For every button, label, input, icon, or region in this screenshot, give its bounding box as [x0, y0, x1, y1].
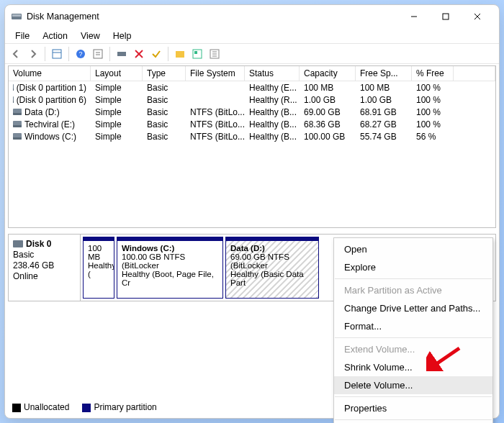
table-row[interactable]: (Disk 0 partition 1)SimpleBasicHealthy (… [9, 81, 495, 94]
svg-rect-3 [443, 14, 449, 19]
partition-block[interactable]: Data (D:)69.00 GB NTFS (BitLockerHealthy… [225, 237, 319, 299]
volume-list[interactable]: Volume Layout Type File System Status Ca… [8, 65, 496, 228]
volume-list-header[interactable]: Volume Layout Type File System Status Ca… [9, 66, 495, 81]
col-free[interactable]: Free Sp... [356, 66, 412, 81]
delete-icon[interactable] [131, 46, 147, 62]
context-menu-item[interactable]: Change Drive Letter and Paths... [334, 299, 492, 317]
context-menu-item[interactable]: Shrink Volume... [334, 358, 492, 376]
context-menu-separator [335, 419, 492, 420]
window-title: Disk Management [27, 12, 99, 22]
properties-icon[interactable] [189, 46, 205, 62]
col-extra[interactable] [454, 66, 495, 81]
partition-block[interactable]: 100 MBHealthy ( [83, 237, 114, 299]
col-layout[interactable]: Layout [91, 66, 143, 81]
legend: Unallocated Primary partition [12, 402, 157, 412]
context-menu-item[interactable]: Properties [334, 399, 492, 417]
app-icon [11, 11, 22, 22]
disk-state: Online [13, 271, 76, 281]
menu-bar: File Action View Help [5, 28, 499, 44]
menu-help[interactable]: Help [107, 30, 138, 42]
new-folder-icon[interactable] [172, 46, 188, 62]
volume-icon [13, 133, 22, 140]
forward-button[interactable] [25, 46, 41, 62]
legend-primary: Primary partition [94, 402, 156, 412]
svg-text:?: ? [78, 50, 82, 58]
disk-info-panel[interactable]: Disk 0 Basic 238.46 GB Online [9, 235, 81, 301]
context-menu-item[interactable]: Explore [334, 258, 492, 276]
volume-icon [13, 96, 14, 103]
svg-rect-10 [94, 50, 102, 58]
table-row[interactable]: Techviral (E:)SimpleBasicNTFS (BitLo...H… [9, 118, 495, 130]
svg-rect-16 [176, 51, 184, 58]
partition-block[interactable]: Windows (C:)100.00 GB NTFS (BitLockerHea… [117, 237, 223, 299]
titlebar[interactable]: Disk Management [5, 5, 499, 28]
svg-rect-6 [53, 50, 61, 58]
disk-icon [13, 240, 23, 247]
table-row[interactable]: Data (D:)SimpleBasicNTFS (BitLo...Health… [9, 106, 495, 118]
minimize-button[interactable] [398, 6, 430, 27]
col-volume[interactable]: Volume [9, 66, 91, 81]
volume-icon [13, 109, 22, 115]
volume-rows: (Disk 0 partition 1)SimpleBasicHealthy (… [9, 81, 495, 227]
col-status[interactable]: Status [245, 66, 300, 81]
help-button[interactable]: ? [73, 46, 89, 62]
volume-icon [13, 121, 22, 127]
show-hide-tree-button[interactable] [49, 46, 65, 62]
menu-file[interactable]: File [9, 30, 35, 42]
col-capacity[interactable]: Capacity [300, 66, 356, 81]
svg-rect-13 [117, 52, 126, 56]
settings-icon[interactable] [207, 46, 222, 62]
legend-unallocated-swatch [12, 404, 21, 412]
legend-unallocated: Unallocated [24, 402, 69, 412]
context-menu-item: Mark Partition as Active [334, 281, 492, 299]
table-row[interactable]: Windows (C:)SimpleBasicNTFS (BitLo...Hea… [9, 130, 495, 142]
context-menu-separator [335, 396, 492, 397]
col-type[interactable]: Type [143, 66, 186, 81]
col-pctfree[interactable]: % Free [412, 66, 454, 81]
context-menu-separator [335, 278, 492, 279]
back-button[interactable] [8, 46, 24, 62]
close-button[interactable] [462, 6, 493, 27]
menu-view[interactable]: View [75, 30, 106, 42]
volume-context-menu[interactable]: OpenExploreMark Partition as ActiveChang… [333, 237, 493, 423]
disk-size: 238.46 GB [13, 260, 76, 270]
disk-name: Disk 0 [26, 239, 51, 249]
context-menu-item[interactable]: Delete Volume... [334, 376, 492, 394]
col-filesystem[interactable]: File System [186, 66, 245, 81]
context-menu-item[interactable]: Format... [334, 317, 492, 335]
context-menu-item: Extend Volume... [334, 340, 492, 358]
maximize-button[interactable] [430, 6, 462, 27]
svg-rect-18 [194, 51, 197, 54]
table-row[interactable]: (Disk 0 partition 6)SimpleBasicHealthy (… [9, 94, 495, 106]
volume-icon [13, 84, 14, 91]
context-menu-separator [335, 337, 492, 338]
context-menu-item[interactable]: Open [334, 240, 492, 258]
legend-primary-swatch [82, 404, 91, 412]
checkmark-icon[interactable] [148, 46, 164, 62]
refresh-list-button[interactable] [90, 46, 106, 62]
disk-type: Basic [13, 250, 76, 260]
svg-rect-1 [12, 14, 21, 17]
rescan-button[interactable] [114, 46, 130, 62]
menu-action[interactable]: Action [37, 30, 73, 42]
toolbar: ? [5, 44, 499, 64]
